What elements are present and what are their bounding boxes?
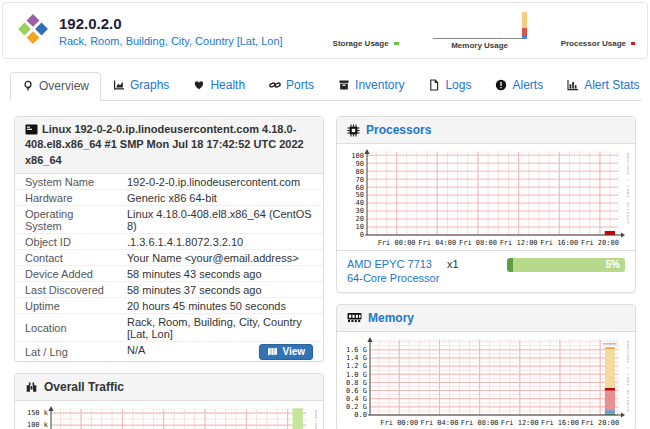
- storage-usage-spark: [394, 42, 399, 45]
- tab-label: Alerts: [512, 78, 543, 92]
- memory-graph[interactable]: 0.00.2 G0.4 G0.6 G0.8 G1.0 G1.2 G1.4 G1.…: [337, 332, 635, 429]
- row-value: .1.3.6.1.4.1.8072.3.2.10: [117, 234, 323, 250]
- server-icon: [25, 124, 38, 135]
- tab-ports[interactable]: Ports: [257, 71, 326, 100]
- svg-text:0.2 G: 0.2 G: [346, 403, 367, 411]
- memory-usage-spark: [433, 11, 527, 39]
- svg-text:1.4 G: 1.4 G: [346, 354, 367, 362]
- svg-text:Fri 20:00: Fri 20:00: [581, 239, 619, 247]
- svg-text:100 k: 100 k: [27, 422, 49, 429]
- row-label: Uptime: [15, 298, 117, 314]
- processors-title: Processors: [366, 123, 431, 137]
- tab-graphs[interactable]: Graphs: [101, 71, 181, 100]
- view-map-button[interactable]: View: [259, 344, 313, 360]
- row-label: Hardware: [15, 190, 117, 206]
- device-location-link[interactable]: Rack, Room, Building, City, Country [Lat…: [59, 35, 283, 47]
- row-label: System Name: [15, 174, 117, 190]
- processor-usage-label: Processor Usage: [561, 39, 626, 48]
- chart-area-icon: [113, 79, 125, 91]
- processor-usage-graph[interactable]: Processor Usage: [561, 39, 635, 50]
- svg-text:90: 90: [356, 160, 364, 168]
- system-title: Linux 192-0-2-0.ip.linodeusercontent.com…: [25, 123, 304, 166]
- cpu-usage-value: 5%: [606, 258, 620, 272]
- storage-usage-label: Storage Usage: [333, 39, 389, 48]
- tab-health[interactable]: Health: [181, 71, 257, 100]
- tab-label: Alert Stats: [584, 78, 639, 92]
- svg-text:Fri 16:00: Fri 16:00: [540, 239, 578, 247]
- row-value: Your Name <your@email.address>: [117, 250, 323, 266]
- svg-text:RRDTOOL / TOBI OETIKER: RRDTOOL / TOBI OETIKER: [314, 410, 317, 429]
- row-value: ViewN/A: [117, 342, 323, 362]
- tab-label: Ports: [286, 78, 314, 92]
- link-icon: [269, 79, 281, 91]
- svg-text:RRDTOOL / TOBI OETIKER: RRDTOOL / TOBI OETIKER: [626, 153, 629, 224]
- svg-text:70: 70: [356, 176, 364, 184]
- row-label: Device Added: [15, 266, 117, 282]
- cpu-usage-bar: 5%: [507, 258, 625, 272]
- svg-text:30: 30: [356, 207, 364, 215]
- processors-graph[interactable]: 0102030405060708090100Fri 00:00Fri 04:00…: [337, 144, 635, 250]
- cpu-row: AMD EPYC 771364-Core Processor x1 5%: [337, 250, 635, 292]
- device-header: 192.0.2.0 Rack, Room, Building, City, Co…: [2, 2, 648, 59]
- lightbulb-icon: [22, 80, 34, 92]
- svg-text:Fri 08:00: Fri 08:00: [459, 239, 497, 247]
- svg-text:10: 10: [356, 223, 364, 231]
- svg-text:1.2 G: 1.2 G: [346, 362, 367, 370]
- svg-text:Fri 12:00: Fri 12:00: [501, 418, 539, 426]
- system-info-panel: Linux 192-0-2-0.ip.linodeusercontent.com…: [14, 116, 324, 362]
- svg-text:50: 50: [356, 191, 364, 199]
- svg-text:1.0 G: 1.0 G: [346, 370, 367, 378]
- tab-label: Logs: [445, 78, 471, 92]
- svg-text:Fri 04:00: Fri 04:00: [420, 418, 458, 426]
- overall-traffic-graph[interactable]: 050 k100 k150 kRRDTOOL / TOBI OETIKER: [15, 401, 323, 429]
- table-row: Device Added58 minutes 43 seconds ago: [15, 266, 323, 282]
- tab-label: Overview: [39, 79, 89, 93]
- map-icon: [267, 347, 278, 356]
- tab-label: Health: [210, 78, 245, 92]
- row-value: 58 minutes 37 seconds ago: [117, 282, 323, 298]
- memory-usage-label: Memory Usage: [451, 41, 508, 50]
- svg-text:Fri 00:00: Fri 00:00: [378, 239, 416, 247]
- row-label: Operating System: [15, 206, 117, 234]
- svg-text:0: 0: [360, 231, 364, 239]
- row-value: 192-0-2-0.ip.linodeusercontent.com: [117, 174, 323, 190]
- svg-text:0.6 G: 0.6 G: [346, 387, 367, 395]
- tab-alert-stats[interactable]: Alert Stats: [555, 71, 650, 100]
- tab-inventory[interactable]: Inventory: [326, 71, 416, 100]
- processor-usage-spark: [631, 42, 635, 45]
- processors-panel: Processors 0102030405060708090100Fri 00:…: [336, 116, 636, 293]
- overall-traffic-title: Overall Traffic: [44, 380, 124, 394]
- memory-panel: Memory 0.00.2 G0.4 G0.6 G0.8 G1.0 G1.2 G…: [336, 304, 636, 429]
- centos-logo-icon: [17, 13, 49, 49]
- svg-text:Fri 16:00: Fri 16:00: [541, 418, 579, 426]
- row-label: Last Discovered: [15, 282, 117, 298]
- memory-usage-graph[interactable]: Memory Usage: [433, 11, 527, 50]
- row-label: Object ID: [15, 234, 117, 250]
- cpu-count: x1: [447, 258, 459, 270]
- memory-header: Memory: [337, 305, 635, 332]
- row-label: Location: [15, 314, 117, 342]
- table-row: Object ID.1.3.6.1.4.1.8072.3.2.10: [15, 234, 323, 250]
- svg-text:Fri 08:00: Fri 08:00: [461, 418, 499, 426]
- memory-title: Memory: [368, 311, 414, 325]
- tab-alerts[interactable]: Alerts: [483, 71, 555, 100]
- tab-logs[interactable]: Logs: [416, 71, 483, 100]
- svg-text:Fri 00:00: Fri 00:00: [380, 418, 418, 426]
- memory-icon: [347, 312, 362, 323]
- tab-list: OverviewGraphsHealthPortsInventoryLogsAl…: [10, 71, 650, 100]
- storage-usage-graph[interactable]: Storage Usage: [333, 39, 399, 50]
- svg-text:80: 80: [356, 168, 364, 176]
- overall-traffic-header: Overall Traffic: [15, 374, 323, 401]
- table-row-latlng: Lat / Lng ViewN/A: [15, 342, 323, 362]
- tab-label: Inventory: [355, 78, 404, 92]
- table-row: HardwareGeneric x86 64-bit: [15, 190, 323, 206]
- tab-overview[interactable]: Overview: [10, 72, 101, 101]
- system-info-header: Linux 192-0-2-0.ip.linodeusercontent.com…: [15, 117, 323, 174]
- row-label: Lat / Lng: [15, 342, 117, 362]
- row-value: Linux 4.18.0-408.el8.x86_64 (CentOS 8): [117, 206, 323, 234]
- file-icon: [428, 79, 440, 91]
- cpu-usage-fill: [507, 258, 513, 272]
- system-info-table: System Name192-0-2-0.ip.linodeuserconten…: [15, 174, 323, 361]
- cpu-name-link[interactable]: AMD EPYC 771364-Core Processor: [347, 257, 443, 286]
- svg-text:150 k: 150 k: [27, 410, 49, 418]
